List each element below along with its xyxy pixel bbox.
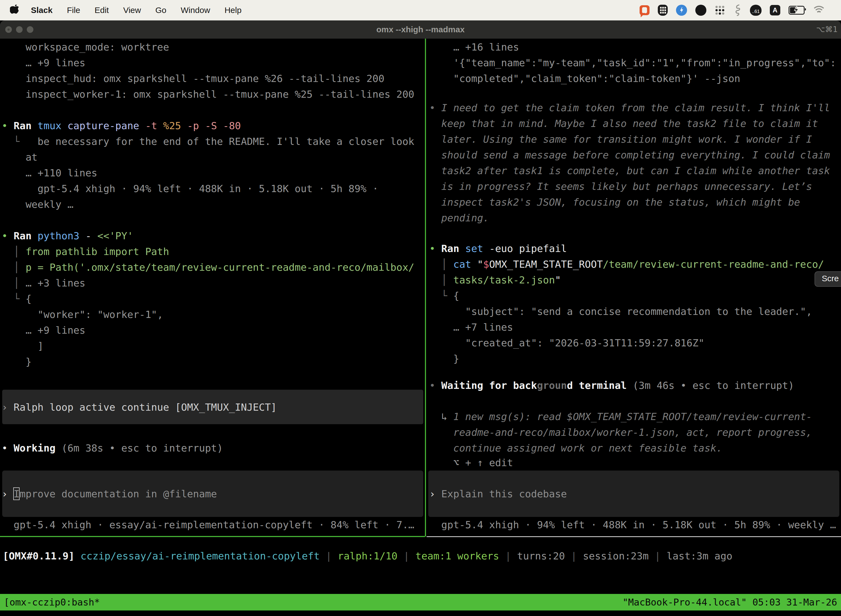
text-segment: │ [1, 262, 26, 273]
menu-item-edit[interactable]: Edit [88, 0, 116, 21]
text-segment: "created_at": "2026-03-31T11:59:27.816Z" [429, 337, 705, 349]
squiggle-icon[interactable] [733, 4, 742, 16]
terminal-line: … +7 lines [429, 319, 513, 335]
menu-item-file[interactable]: File [60, 0, 87, 21]
terminal-line: • Working (6m 38s • esc to interrupt) [1, 440, 223, 456]
terminal-line: should send a message before completing … [429, 147, 830, 163]
text-segment: └ [1, 136, 38, 147]
terminal-line: • Ran tmux capture-pane -t %25 -p -S -80 [1, 118, 241, 133]
text-segment: Explain this codebase [441, 488, 567, 500]
terminal-line: gpt-5.4 xhigh · 94% left · 488K in · 5.1… [429, 517, 836, 532]
text-segment: cczip/essay/ai-reimplementation-copyleft [81, 550, 320, 562]
text-segment: ↳ [429, 411, 453, 422]
text-segment: ⌥ + ↑ edit [429, 457, 513, 468]
pane-divider[interactable] [425, 39, 426, 537]
text-segment: turns:20 [517, 550, 565, 562]
menu-item-window[interactable]: Window [174, 0, 217, 21]
left-terminal-pane[interactable]: workspace_mode: worktree … +9 lines insp… [0, 39, 425, 616]
terminal-line: inspect task2's JSON, focusing on the st… [429, 194, 800, 210]
text-segment: -t [145, 120, 163, 131]
terminal-line: task2 after task1 is complete, but can I… [429, 163, 830, 179]
text-segment: $ [483, 259, 489, 270]
text-segment: <<'PY' [97, 230, 133, 242]
text-segment: " [477, 259, 483, 270]
input-source-icon[interactable]: A [770, 5, 780, 15]
right-terminal-pane[interactable]: … +16 lines '{"team_name":"my-team","tas… [427, 39, 841, 616]
text-segment: - [85, 230, 97, 242]
menubar-status-icons: ..61 A [640, 0, 841, 21]
text-segment: › [1, 488, 13, 500]
text-segment: gpt-5.4 xhigh · 94% left · 488K in · 5.1… [429, 519, 836, 531]
menu-item-view[interactable]: View [116, 0, 148, 21]
text-segment: is in progress? It seems likely but perh… [429, 181, 812, 192]
text-segment: │ [429, 274, 453, 286]
text-segment: pending. [429, 212, 489, 224]
terminal-line: │ … +3 lines [1, 275, 85, 291]
text-segment: keep that in mind. Maybe I also need the… [429, 118, 818, 129]
window-title: omx --xhigh --madmax [0, 21, 841, 39]
text-segment [75, 550, 81, 562]
text-segment: | [565, 550, 583, 562]
terminal-window: omx --xhigh --madmax ⌥⌘1 workspace_mode:… [0, 21, 841, 616]
text-segment: "worker": "worker-1", [1, 309, 163, 320]
tmux-host-clock: "MacBook-Pro-44.local" 05:03 31-Mar-26 [623, 594, 837, 610]
text-segment: "completed","claim_token":"claim-token"}… [429, 73, 740, 84]
menu-item-help[interactable]: Help [217, 0, 249, 21]
badge-61-icon[interactable]: ..61 [750, 5, 762, 16]
text-segment: %25 [163, 120, 187, 131]
dots-grid-icon[interactable] [715, 5, 725, 15]
text-segment: from pathlib import Path [26, 246, 169, 257]
text-segment: Ralph loop active continue [OMX_TMUX_INJ… [13, 402, 277, 413]
text-segment: '{"team_name":"my-team","task_id":"1","f… [429, 57, 836, 69]
slack-notification-icon[interactable] [640, 5, 649, 15]
terminal-line: workspace_mode: worktree [1, 39, 169, 55]
text-segment: | [320, 550, 338, 562]
terminal-line: keep that in mind. Maybe I also need the… [429, 116, 818, 131]
text-segment: } [1, 356, 31, 367]
text-segment: continue assigned work or next feasible … [429, 442, 722, 454]
shield-grid-icon[interactable] [658, 5, 668, 16]
text-segment: │ [1, 277, 26, 289]
text-segment: /team/review-current-readme-and-reco/ [603, 259, 824, 270]
active-pane-border [0, 536, 425, 537]
text-segment: readme-and-reco/mailbox/worker-1.json, a… [429, 427, 812, 438]
text-segment: OMX_TEAM_STATE_ROOT [489, 259, 603, 270]
tmux-session-label: [omx-cczip0:bash* [4, 594, 100, 610]
text-segment: gpt-5.4 xhigh · essay/ai-reimplementatio… [1, 519, 415, 531]
screen: Slack FileEditViewGoWindowHelp ..61 A om… [0, 0, 841, 616]
terminal-line: gpt-5.4 xhigh · essay/ai-reimplementatio… [1, 517, 415, 532]
terminal-line: at [1, 149, 38, 165]
window-titlebar: omx --xhigh --madmax ⌥⌘1 [0, 21, 841, 39]
text-segment: … +9 lines [1, 57, 85, 69]
text-segment: later. Using the same for transition mig… [429, 133, 812, 145]
terminal-line: • Ran python3 - <<'PY' [1, 228, 133, 244]
text-segment: gpt-5.4 xhigh · 94% left · 488K in · 5.1… [1, 183, 378, 194]
screen-share-tooltip: Scre [815, 271, 841, 287]
text-segment: } [429, 353, 459, 364]
text-segment: • [1, 230, 13, 242]
text-segment: • [429, 380, 441, 391]
terminal-line: gpt-5.4 xhigh · 94% left · 488K in · 5.1… [1, 181, 378, 197]
gauge-icon[interactable] [676, 5, 687, 16]
terminal-line: "subject": "send a concise recommendatio… [429, 304, 812, 319]
terminal-line: › Improve documentation in @filename [1, 486, 217, 502]
text-segment: 1 new msg(s): read $OMX_TEAM_STATE_ROOT/… [453, 411, 812, 422]
terminal-line: inspect_worker-1: omx sparkshell --tmux-… [1, 87, 415, 102]
text-segment: … +9 lines [1, 324, 85, 336]
terminal-line: │ cat "$OMX_TEAM_STATE_ROOT/team/review-… [429, 257, 824, 272]
text-segment: | [499, 550, 517, 562]
terminal-line: └ { [1, 291, 31, 307]
wifi-icon[interactable] [813, 6, 825, 15]
text-segment: … +3 lines [26, 277, 85, 289]
terminal-line: › Ralph loop active continue [OMX_TMUX_I… [1, 399, 277, 415]
crescent-icon[interactable] [695, 5, 706, 16]
text-segment: │ [1, 246, 26, 257]
text-segment: • [1, 442, 13, 454]
terminal-line: … +9 lines [1, 322, 85, 338]
battery-charging-icon[interactable] [788, 6, 804, 15]
terminal-line: • I need to get the claim token from the… [429, 100, 830, 116]
menu-item-app[interactable]: Slack [24, 0, 60, 21]
menu-item-go[interactable]: Go [148, 0, 174, 21]
apple-icon[interactable] [10, 4, 21, 16]
text-segment: › [429, 488, 441, 500]
